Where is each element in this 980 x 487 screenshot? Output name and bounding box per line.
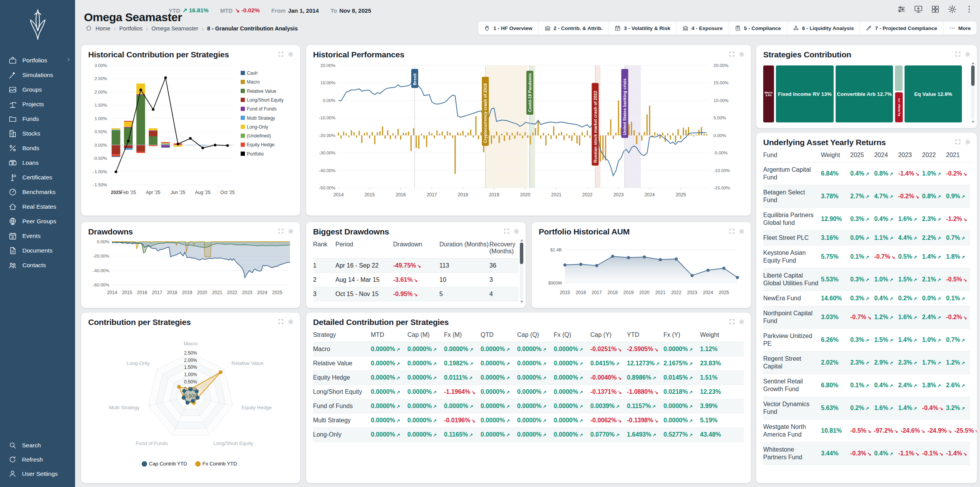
sidebar-item-funds[interactable]: Funds [0, 112, 75, 126]
table-row[interactable]: Northpoint Capital Fund3.03%-0.7%↘1.2%↗1… [763, 306, 970, 329]
panel-settings-button[interactable] [513, 228, 519, 234]
column-header-cap-y[interactable]: Cap (Y) [590, 331, 627, 338]
sidebar-footer-search[interactable]: Search [0, 438, 75, 452]
column-header-period[interactable]: Period [335, 241, 393, 255]
panel-expand-button[interactable] [278, 228, 284, 234]
column-header-ytd[interactable]: YTD [627, 331, 663, 338]
home-icon[interactable] [85, 25, 92, 32]
breadcrumb-item-portfolios[interactable]: Portfolios [119, 25, 142, 32]
tab-3-volatility-risk[interactable]: 3 - Volatility & Risk [609, 22, 677, 35]
table-row[interactable]: Argentum Capital Fund6.84%0.4%↗0.8%↗-1.4… [763, 162, 970, 185]
column-header-fx-y[interactable]: Fx (Y) [663, 331, 700, 338]
column-header-2024[interactable]: 2024 [874, 152, 898, 159]
column-header-qtd[interactable]: QTD [481, 331, 517, 338]
sidebar-item-peer-groups[interactable]: Peer Groups [0, 214, 75, 229]
table-row[interactable]: Relative Value0.0000%↗0.0000%↗0.1982%↗0.… [313, 356, 744, 371]
table-row[interactable]: 1Apr 16 - Sep 22-49.75%↘11336 [313, 259, 519, 273]
column-header-drawdown[interactable]: Drawdown [393, 241, 439, 255]
breadcrumb-item-home[interactable]: Home [95, 25, 111, 32]
table-row[interactable]: 4Dec 13 - Jan 14-0.47%↘21 [313, 301, 519, 303]
panel-expand-button[interactable] [729, 228, 735, 234]
scrollbar[interactable] [519, 239, 524, 304]
column-header-weight[interactable]: Weight [700, 331, 731, 338]
scrollbar[interactable] [971, 62, 975, 124]
sidebar-item-loans[interactable]: Loans [0, 156, 75, 170]
sidebar-item-bonds[interactable]: Bonds [0, 141, 75, 156]
table-row[interactable]: Multi Strategy0.0000%↗0.0000%↗-0.0196%↘0… [313, 413, 744, 428]
column-header-recovery-months[interactable]: Recovery (Months) [489, 241, 519, 255]
breadcrumb-item-omega-seamaster[interactable]: Omega Seamaster [151, 25, 198, 32]
panel-expand-button[interactable] [278, 319, 284, 325]
panel-settings-button[interactable] [739, 319, 745, 325]
app-logo[interactable] [0, 0, 75, 42]
column-header-2025[interactable]: 2025 [850, 152, 874, 159]
table-row[interactable]: Macro0.0000%↗0.0000%↗0.0000%↗0.0000%↗0.0… [313, 342, 744, 356]
sidebar-item-benchmarks[interactable]: Benchmarks [0, 185, 75, 199]
sidebar-footer-user-settings[interactable]: User Settings [0, 467, 75, 481]
panel-settings-button[interactable] [288, 228, 294, 234]
sidebar-item-certificates[interactable]: Certificates [0, 170, 75, 185]
table-row[interactable]: Parkview Unitized PE6.26%0.3%↗1.5%↗1.4%↗… [763, 329, 970, 351]
table-row[interactable]: Long-Only0.0000%↗0.0000%↗0.1165%↗0.0000%… [313, 428, 744, 442]
table-row[interactable]: Fund of Funds0.0000%↗0.0000%↗0.0000%↗0.0… [313, 399, 744, 413]
table-row[interactable]: Westgate North America Fund10.81%-0.5%↘-… [763, 420, 970, 442]
column-header-mtd[interactable]: MTD [371, 331, 407, 338]
panel-settings-button[interactable] [288, 319, 294, 325]
table-row[interactable]: Whitestone Partners Fund3.44%-0.3%↘0.4%↗… [763, 442, 970, 465]
panel-expand-button[interactable] [729, 51, 735, 57]
column-header-2021[interactable]: 2021 [946, 152, 970, 159]
header-monitor-button[interactable] [914, 5, 923, 14]
panel-expand-button[interactable] [729, 319, 735, 325]
table-row[interactable]: Equilibria Partners Global fund12.90%0.3… [763, 208, 970, 231]
panel-settings-button[interactable] [739, 228, 745, 234]
treemap-block-convertible-arb-12-7[interactable]: Convertible Arb 12.7% [836, 65, 893, 122]
sidebar-item-simulations[interactable]: Simulations [0, 68, 75, 82]
header-grid-button[interactable] [931, 5, 940, 14]
panel-expand-button[interactable] [955, 139, 961, 145]
header-dots-button[interactable] [965, 5, 974, 14]
sidebar-item-contacts[interactable]: Contacts [0, 258, 75, 273]
table-row[interactable]: Regent Street Capital2.02%2.3%↗2.9%↗2.3%… [763, 351, 970, 374]
table-row[interactable]: Vector Dynamics Fund5.63%0.2%↗1.6%↗1.4%↗… [763, 397, 970, 420]
table-row[interactable]: 2Aug 14 - Mar 15-3.61%↘103 [313, 273, 519, 287]
header-gear-button[interactable] [948, 5, 957, 14]
column-header-cap-q[interactable]: Cap (Q) [517, 331, 554, 338]
panel-settings-button[interactable] [965, 139, 971, 145]
panel-expand-button[interactable] [504, 228, 509, 234]
tab-1-hf-overview[interactable]: 1 - HF Overview [478, 22, 538, 35]
tab-4-exposure[interactable]: 4 - Exposure [677, 22, 729, 35]
table-row[interactable]: Keystone Asian Equity Fund5.75%0.1%↗-0.7… [763, 246, 970, 268]
treemap-block-eq-hedge-1[interactable]: Eq Hedge -1% [895, 92, 903, 122]
column-header-duration-months[interactable]: Duration (Months) [439, 241, 489, 255]
tab-2-contrib-attrib[interactable]: 2 - Contrib. & Attrib. [539, 22, 609, 35]
sidebar-item-projects[interactable]: Projects [0, 97, 75, 112]
column-header-strategy[interactable]: Strategy [313, 331, 371, 338]
table-row[interactable]: Liberté Capital Global Utilities Fund5.5… [763, 268, 970, 291]
sidebar-item-portfolios[interactable]: Portfolios [0, 53, 75, 68]
column-header-rank[interactable]: Rank [313, 241, 335, 255]
table-row[interactable]: Fleet Street PLC3.16%0.0%↗1.1%↗4.4%↗2.2%… [763, 231, 970, 246]
treemap-block-macro-3-4[interactable]: Macro 3.4% [763, 65, 774, 122]
tab-7-projected-compliance[interactable]: 7 - Projected Compliance [860, 22, 943, 35]
tab-6-liquidity-analysis[interactable]: 6 - Liquidity Analysis [787, 22, 860, 35]
panel-settings-button[interactable] [739, 51, 745, 57]
sidebar-item-real-estates[interactable]: Real Estates [0, 199, 75, 214]
tab-more[interactable]: More [943, 22, 977, 35]
treemap-block-fixed-income-rv-13[interactable]: Fixed Income RV 13% [776, 65, 834, 122]
treemap-block-[interactable]: - [895, 65, 903, 91]
column-header-2022[interactable]: 2022 [922, 152, 946, 159]
panel-expand-button[interactable] [278, 51, 284, 57]
column-header-fx-m[interactable]: Fx (M) [444, 331, 481, 338]
sidebar-item-documents[interactable]: Documents [0, 243, 75, 258]
sidebar-item-events[interactable]: 31Events [0, 229, 75, 243]
table-row[interactable]: 3Oct 15 - Nov 15-0.95%↘54 [313, 287, 519, 301]
table-row[interactable]: Sentinel Retail Growth Fund6.80%0.1%↗0.4… [763, 374, 970, 397]
column-header-weight[interactable]: Weight [821, 152, 850, 159]
column-header-fund[interactable]: Fund [763, 152, 821, 159]
table-row[interactable]: Betagen Select Fund3.78%2.7%↗4.7%↗-0.2%↘… [763, 185, 970, 208]
tab-5-compliance[interactable]: 5 - Compliance [729, 22, 787, 35]
sidebar-item-stocks[interactable]: Stocks [0, 126, 75, 141]
panel-settings-button[interactable] [965, 51, 971, 57]
treemap-block-eq-value-12-9[interactable]: Eq Value 12.9% [905, 65, 962, 122]
column-header-fx-q[interactable]: Fx (Q) [554, 331, 590, 338]
